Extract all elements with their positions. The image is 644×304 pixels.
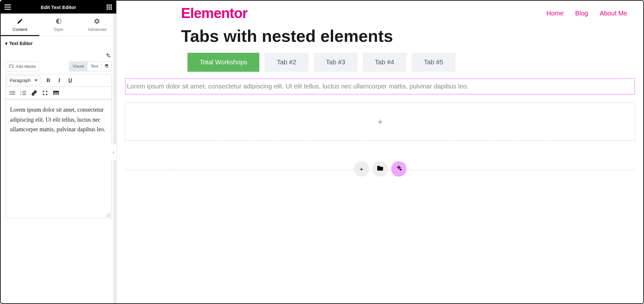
panel-tab-style[interactable]: Style	[39, 14, 78, 36]
svg-rect-16	[11, 93, 15, 93]
sidebar-title: Edit Text Editor	[12, 5, 105, 10]
svg-rect-5	[111, 5, 112, 6]
mode-visual[interactable]: Visual	[69, 61, 87, 71]
panel-tab-label: Style	[54, 27, 63, 32]
panel-tab-content[interactable]: Content	[1, 14, 39, 36]
add-media-label: Add Media	[16, 64, 36, 69]
nav-link-home[interactable]: Home	[546, 10, 563, 17]
sidebar-header: Edit Text Editor	[1, 1, 116, 14]
contrast-icon	[55, 18, 62, 24]
gear-icon	[94, 18, 100, 24]
chevron-left-icon: ‹	[113, 150, 114, 155]
sparkle-icon	[396, 165, 402, 173]
ai-section-button[interactable]	[391, 161, 407, 177]
tab-4[interactable]: Tab #4	[363, 53, 407, 72]
section-label: Text Editor	[9, 41, 33, 46]
add-section-button[interactable]: ＋	[354, 161, 369, 177]
apps-grid-icon[interactable]	[105, 3, 113, 11]
selected-text-widget[interactable]: Lorem ipsum dolor sit amet, consectetur …	[125, 78, 635, 95]
text-editor-input[interactable]: Lorem ipsum dolor sit amet, consectetur …	[5, 99, 112, 218]
empty-section-dropzone[interactable]: ＋	[125, 102, 635, 141]
folder-icon	[377, 165, 384, 173]
editor-toolbar: Paragraph B I U 123	[5, 74, 112, 99]
media-icon	[9, 64, 14, 69]
underline-button[interactable]: U	[65, 76, 76, 85]
svg-rect-6	[107, 6, 108, 8]
svg-rect-2	[5, 9, 11, 10]
tab-3[interactable]: Tab #3	[314, 53, 358, 72]
svg-point-15	[10, 93, 11, 94]
italic-button[interactable]: I	[54, 76, 65, 85]
svg-rect-3	[107, 5, 108, 6]
tab-2[interactable]: Tab #2	[264, 53, 308, 72]
svg-rect-26	[53, 93, 55, 95]
editor-header-row: Add Media Visual Text	[1, 61, 116, 74]
tabs-row: Total Workshops Tab #2 Tab #3 Tab #4 Tab…	[117, 51, 643, 78]
svg-rect-24	[22, 95, 26, 95]
panel-tabs: Content Style Advanced	[1, 14, 116, 36]
tab-5[interactable]: Tab #5	[412, 53, 456, 72]
preview-canvas: Elementor Home Blog About Me Tabs with n…	[117, 1, 643, 303]
section-text-editor[interactable]: ▾ Text Editor	[1, 36, 116, 51]
page-title: Tabs with nested elements	[117, 24, 643, 51]
add-template-button[interactable]	[372, 161, 388, 177]
panel-tab-label: Advanced	[88, 27, 106, 32]
ai-sparkle-icon[interactable]	[104, 52, 111, 59]
nav-link-blog[interactable]: Blog	[575, 10, 588, 17]
paragraph-select[interactable]: Paragraph	[7, 76, 40, 85]
new-section-divider: ＋	[125, 170, 635, 170]
fullscreen-button[interactable]	[40, 88, 51, 98]
svg-point-13	[10, 91, 11, 92]
svg-text:3: 3	[20, 94, 21, 95]
widget-text: Lorem ipsum dolor sit amet, consectetur …	[127, 83, 468, 90]
toolbar-toggle-button[interactable]	[51, 88, 62, 98]
editor-mode-tabs: Visual Text	[69, 61, 112, 71]
numbered-list-button[interactable]: 123	[18, 88, 29, 98]
caret-down-icon: ▾	[5, 41, 7, 46]
svg-rect-22	[22, 93, 26, 93]
add-widget-plus-icon[interactable]: ＋	[376, 115, 385, 128]
add-section-controls: ＋	[354, 161, 407, 177]
svg-rect-27	[55, 93, 57, 95]
svg-text:1: 1	[20, 91, 21, 92]
menu-icon[interactable]	[4, 3, 12, 11]
bullet-list-button[interactable]	[7, 88, 18, 98]
svg-rect-11	[111, 8, 112, 10]
add-media-button[interactable]: Add Media	[5, 61, 39, 71]
mode-text[interactable]: Text	[87, 61, 101, 71]
svg-rect-8	[111, 6, 112, 8]
nav-link-about[interactable]: About Me	[600, 10, 627, 17]
svg-rect-7	[109, 6, 110, 8]
link-button[interactable]	[29, 88, 40, 98]
svg-rect-14	[11, 91, 15, 92]
svg-rect-20	[22, 91, 26, 92]
svg-rect-25	[53, 91, 59, 93]
svg-rect-28	[58, 93, 59, 95]
svg-rect-10	[109, 8, 110, 10]
svg-point-17	[10, 94, 11, 95]
svg-rect-0	[5, 5, 11, 5]
svg-rect-1	[5, 7, 11, 8]
pencil-icon	[17, 18, 23, 24]
site-nav: Home Blog About Me	[546, 10, 627, 17]
panel-tab-advanced[interactable]: Advanced	[78, 14, 116, 36]
site-header: Elementor Home Blog About Me	[117, 1, 643, 24]
editor-sidebar: Edit Text Editor Content Styl	[1, 1, 117, 303]
panel-tab-label: Content	[13, 27, 27, 32]
tab-total-workshops[interactable]: Total Workshops	[187, 53, 259, 72]
mode-database-icon[interactable]	[101, 61, 112, 71]
svg-rect-4	[109, 5, 110, 6]
svg-rect-9	[107, 8, 108, 10]
svg-rect-18	[11, 94, 15, 95]
plus-icon: ＋	[358, 165, 365, 173]
collapse-sidebar-button[interactable]: ‹	[111, 143, 117, 161]
site-brand: Elementor	[181, 5, 247, 21]
bold-button[interactable]: B	[43, 76, 54, 85]
